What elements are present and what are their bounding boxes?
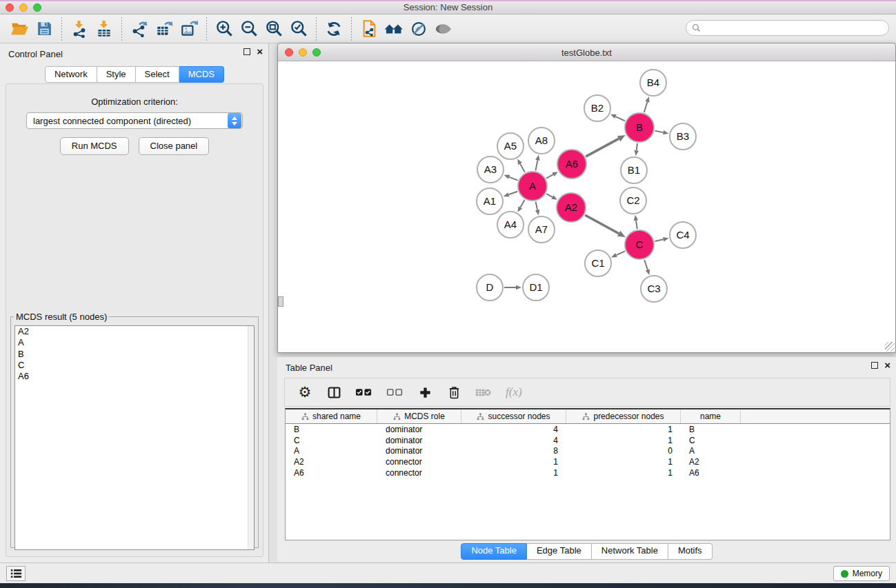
graph-node-C4[interactable]: C4 [670,222,696,248]
tab-edge-table[interactable]: Edge Table [527,543,592,560]
run-mcds-button[interactable]: Run MCDS [60,137,129,155]
cell-shared-name[interactable]: A [286,446,377,456]
graph-node-A5[interactable]: A5 [497,133,524,159]
network-graph[interactable]: AA1A2A3A4A5A6A7A8BB1B2B3B4CC1C2C3C4DD1 [278,61,895,352]
graph-node-D1[interactable]: D1 [523,274,549,301]
edge-A-A3[interactable] [509,177,518,181]
edge-B-B3[interactable] [655,131,664,132]
column-header-shared-name[interactable]: shared name [286,409,377,423]
cell-MCDS-role[interactable]: connector [377,457,461,467]
graph-node-A1[interactable]: A1 [477,188,503,214]
cell-name[interactable]: B [681,425,741,434]
column-header-name[interactable]: name [681,409,741,423]
column-header-predecessor-nodes[interactable]: predecessor nodes [566,409,681,423]
graph-node-A[interactable]: A [518,172,547,201]
cell-predecessor-nodes[interactable]: 1 [566,468,681,478]
graph-node-A6[interactable]: A6 [557,150,586,179]
show-eye-button[interactable] [431,17,456,41]
zoom-out-button[interactable] [237,17,261,41]
search-input[interactable] [705,23,883,33]
graph-node-B2[interactable]: B2 [584,95,610,121]
select-all-button[interactable] [355,383,372,401]
hide-graphics-button[interactable] [406,17,431,41]
graph-node-C2[interactable]: C2 [620,187,646,214]
graph-node-B3[interactable]: B3 [670,123,696,150]
float-panel-icon[interactable] [243,48,250,55]
edge-C-C4[interactable] [655,239,663,241]
graph-node-C[interactable]: C [625,230,654,259]
table-settings-button[interactable]: ⚙ [297,383,312,401]
cell-MCDS-role[interactable]: dominator [377,436,461,445]
function-builder-button[interactable]: f(x) [506,383,522,401]
tab-network-table[interactable]: Network Table [592,543,668,560]
mcds-result-item[interactable]: A6 [15,371,254,382]
result-scrollbar-track[interactable] [248,326,254,549]
table-row[interactable]: Bdominator41B [286,424,890,435]
export-image-button[interactable] [177,17,201,41]
table-close-icon[interactable]: × [884,362,890,369]
mcds-result-list[interactable]: A2ABCA6 [14,325,255,550]
cell-successor-nodes[interactable]: 8 [461,446,566,456]
graph-node-A7[interactable]: A7 [528,216,555,243]
network-canvas[interactable]: AA1A2A3A4A5A6A7A8BB1B2B3B4CC1C2C3C4DD1 [278,61,895,352]
optimization-criterion-dropdown[interactable]: largest connected component (directed) [26,112,243,129]
graph-node-B4[interactable]: B4 [640,70,666,96]
deselect-all-button[interactable] [386,383,404,401]
edge-A6-B[interactable] [586,139,619,156]
table-row[interactable]: Adominator80A [286,446,890,457]
network-window-titlebar[interactable]: testGlobe.txt [278,43,895,61]
column-header-successor-nodes[interactable]: successor nodes [461,409,566,423]
edge-A-A6[interactable] [546,174,553,179]
cell-predecessor-nodes[interactable]: 0 [566,446,681,456]
export-table-button[interactable] [152,17,177,41]
cell-MCDS-role[interactable]: dominator [377,425,461,434]
memory-button[interactable]: Memory [833,566,890,581]
cell-successor-nodes[interactable]: 1 [461,468,566,478]
zoom-in-button[interactable] [212,17,237,41]
mcds-result-item[interactable]: A [15,337,254,348]
edge-A-A5[interactable] [520,163,525,172]
split-columns-button[interactable] [326,383,341,401]
tab-style[interactable]: Style [97,66,136,83]
edge-A-A8[interactable] [535,160,537,170]
edge-C-C2[interactable] [636,221,637,230]
column-header-MCDS-role[interactable]: MCDS role [377,409,461,423]
mcds-result-item[interactable]: C [15,360,254,371]
table-float-icon[interactable] [871,362,878,369]
birdseye-handle[interactable] [278,296,283,307]
import-network-button[interactable] [67,17,92,41]
table-row[interactable]: A6connector11A6 [286,467,890,478]
edge-B-B4[interactable] [644,102,648,112]
cell-predecessor-nodes[interactable]: 1 [566,425,681,434]
import-table-button[interactable] [92,17,117,41]
cell-MCDS-role[interactable]: dominator [377,446,461,456]
mcds-result-item[interactable]: A2 [15,326,254,337]
cell-name[interactable]: A [681,446,741,456]
edge-B-B1[interactable] [637,143,637,150]
edge-C-C1[interactable] [616,251,625,255]
graph-node-C3[interactable]: C3 [641,276,667,302]
tab-motifs[interactable]: Motifs [668,543,713,560]
edge-B-B2[interactable] [615,116,625,121]
open-session-button[interactable] [7,17,32,41]
export-network-button[interactable] [127,17,152,41]
zoom-fit-button[interactable] [261,17,286,41]
graph-node-C1[interactable]: C1 [585,250,611,276]
refresh-button[interactable] [321,17,346,41]
edge-A-A1[interactable] [508,192,517,195]
delete-column-button[interactable] [446,383,461,401]
cell-successor-nodes[interactable]: 4 [461,425,566,434]
cell-predecessor-nodes[interactable]: 1 [566,436,681,445]
tab-mcds[interactable]: MCDS [179,66,224,83]
close-panel-button[interactable]: Close panel [139,137,210,155]
add-column-button[interactable] [417,383,432,401]
graph-node-A8[interactable]: A8 [528,128,555,154]
network-document-button[interactable] [357,17,381,41]
zoom-selected-button[interactable] [286,17,311,41]
cell-name[interactable]: A2 [681,457,741,467]
graph-node-A3[interactable]: A3 [477,156,504,183]
tab-select[interactable]: Select [136,66,179,83]
cell-name[interactable]: A6 [681,468,741,478]
delete-table-button[interactable] [475,383,492,401]
graph-node-D[interactable]: D [477,274,503,301]
